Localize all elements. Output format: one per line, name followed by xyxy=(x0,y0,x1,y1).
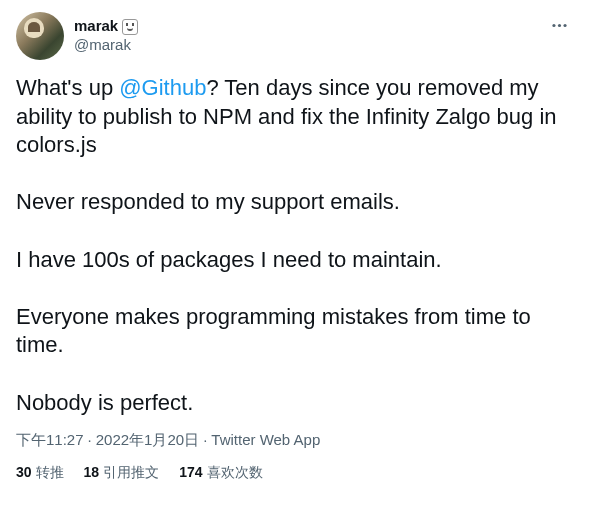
face-emoji-icon xyxy=(122,19,138,35)
retweets-count: 30 xyxy=(16,464,32,480)
display-name-row[interactable]: marak xyxy=(74,17,138,36)
tweet-body: What's up @Github? Ten days since you re… xyxy=(16,74,573,417)
tweet-header: marak @marak xyxy=(16,12,573,60)
svg-point-0 xyxy=(552,24,555,27)
display-name: marak xyxy=(74,17,118,36)
avatar[interactable] xyxy=(16,12,64,60)
likes-stat[interactable]: 174喜欢次数 xyxy=(179,464,262,482)
svg-point-2 xyxy=(563,24,566,27)
quotes-stat[interactable]: 18引用推文 xyxy=(84,464,160,482)
mention-link[interactable]: @Github xyxy=(119,75,206,100)
name-block: marak @marak xyxy=(74,17,138,55)
likes-count: 174 xyxy=(179,464,202,480)
tweet-stats: 30转推 18引用推文 174喜欢次数 xyxy=(16,464,573,482)
more-options-button[interactable] xyxy=(546,12,573,39)
svg-point-1 xyxy=(558,24,561,27)
header-left: marak @marak xyxy=(16,12,138,60)
tweet-meta: 下午11:27·2022年1月20日·Twitter Web App xyxy=(16,431,573,450)
more-icon xyxy=(550,16,569,35)
user-handle[interactable]: @marak xyxy=(74,36,138,55)
quotes-label: 引用推文 xyxy=(103,464,159,480)
retweets-label: 转推 xyxy=(36,464,64,480)
retweets-stat[interactable]: 30转推 xyxy=(16,464,64,482)
likes-label: 喜欢次数 xyxy=(207,464,263,480)
quotes-count: 18 xyxy=(84,464,100,480)
tweet-source[interactable]: Twitter Web App xyxy=(211,431,320,448)
tweet-date[interactable]: 2022年1月20日 xyxy=(96,431,199,448)
body-text-pre: What's up xyxy=(16,75,119,100)
tweet-time[interactable]: 下午11:27 xyxy=(16,431,84,448)
body-text-post: ? Ten days since you removed my ability … xyxy=(16,75,563,415)
